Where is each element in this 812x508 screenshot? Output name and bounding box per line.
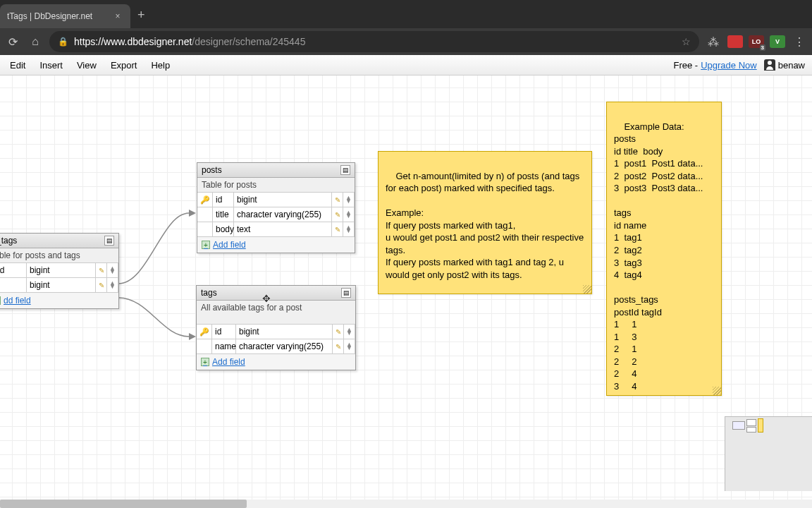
minimap-box bbox=[746, 427, 756, 433]
resize-handle[interactable] bbox=[713, 387, 721, 395]
table-row[interactable]: Id bigint ✎ ▲▼ bbox=[0, 278, 118, 293]
field-type: bigint bbox=[236, 325, 333, 339]
canvas[interactable]: s_tags ▤ table for posts and tags stId b… bbox=[0, 75, 812, 500]
table-options-icon[interactable]: ▤ bbox=[341, 288, 351, 298]
reorder-icon[interactable]: ▲▼ bbox=[343, 193, 355, 207]
reorder-icon[interactable]: ▲▼ bbox=[344, 325, 355, 339]
table-header[interactable]: tags ▤ bbox=[197, 286, 355, 301]
key-icon: 🔑 bbox=[197, 193, 213, 207]
minimap-box bbox=[732, 421, 745, 430]
table-name: tags bbox=[201, 288, 217, 298]
edit-icon[interactable]: ✎ bbox=[96, 278, 107, 292]
table-options-icon[interactable]: ▤ bbox=[104, 236, 114, 246]
menu-insert[interactable]: Insert bbox=[32, 60, 70, 71]
table-description: All available tags for a post bbox=[197, 301, 355, 325]
sticky-note[interactable]: Example Data: posts id title body 1 post… bbox=[606, 102, 722, 396]
table-posts[interactable]: posts ▤ Table for posts 🔑 id bigint ✎ ▲▼… bbox=[197, 162, 355, 253]
edit-icon[interactable]: ✎ bbox=[332, 193, 343, 207]
table-row[interactable]: name character varying(255) ✎ ▲▼ bbox=[197, 339, 355, 354]
user-name: benaw bbox=[778, 60, 805, 71]
extension-v-label: V bbox=[775, 38, 780, 45]
field-name: title bbox=[213, 207, 234, 222]
menu-view[interactable]: View bbox=[70, 60, 104, 71]
table-options-icon[interactable]: ▤ bbox=[340, 165, 350, 175]
home-icon[interactable]: ⌂ bbox=[27, 33, 44, 50]
field-type: bigint bbox=[27, 263, 96, 277]
minimap-box bbox=[746, 419, 756, 426]
add-field-button[interactable]: + Add field bbox=[197, 354, 355, 370]
add-field-button[interactable]: + Add field bbox=[197, 237, 355, 253]
add-field-label: Add field bbox=[212, 357, 245, 367]
lock-icon: 🔒 bbox=[58, 37, 68, 47]
menu-help[interactable]: Help bbox=[144, 60, 177, 71]
reorder-icon[interactable]: ▲▼ bbox=[107, 263, 118, 277]
note-text: Get n-amount(limited by n) of posts (and… bbox=[386, 171, 586, 280]
edit-icon[interactable]: ✎ bbox=[332, 222, 343, 236]
menu-right: Free - Upgrade Now benaw bbox=[674, 59, 809, 71]
add-field-label: Add field bbox=[213, 240, 246, 250]
table-name: s_tags bbox=[0, 236, 17, 246]
field-type: bigint bbox=[27, 278, 96, 292]
edit-icon[interactable]: ✎ bbox=[333, 339, 344, 353]
table-row[interactable]: stId bigint ✎ ▲▼ bbox=[0, 263, 118, 278]
horizontal-scrollbar[interactable] bbox=[0, 500, 812, 508]
settings-gear-icon[interactable]: ⁂ bbox=[705, 33, 722, 50]
svg-marker-0 bbox=[189, 210, 196, 217]
field-type: character varying(255) bbox=[234, 207, 332, 222]
reorder-icon[interactable]: ▲▼ bbox=[107, 278, 118, 292]
edit-icon[interactable]: ✎ bbox=[333, 325, 344, 339]
user-icon[interactable] bbox=[764, 59, 775, 71]
table-header[interactable]: s_tags ▤ bbox=[0, 234, 118, 248]
table-posts-tags[interactable]: s_tags ▤ table for posts and tags stId b… bbox=[0, 233, 119, 309]
plan-label: Free - bbox=[674, 60, 699, 71]
scrollbar-thumb[interactable] bbox=[0, 500, 247, 508]
table-tags[interactable]: tags ▤ All available tags for a post 🔑 i… bbox=[196, 285, 356, 370]
extension-v-icon[interactable]: V bbox=[770, 35, 785, 48]
table-description: Table for posts bbox=[197, 178, 355, 193]
field-name: id bbox=[212, 325, 236, 339]
table-fields: stId bigint ✎ ▲▼ Id bigint ✎ ▲▼ bbox=[0, 263, 118, 293]
extension-lo-label: LO bbox=[752, 38, 761, 45]
reload-icon[interactable]: ⟳ bbox=[4, 33, 21, 50]
menu-icon[interactable]: ⋮ bbox=[791, 33, 808, 50]
close-icon[interactable]: × bbox=[112, 11, 123, 22]
browser-tab[interactable]: tTags | DbDesigner.net × bbox=[0, 4, 130, 28]
table-row[interactable]: title character varying(255) ✎ ▲▼ bbox=[197, 207, 355, 222]
bookmark-star-icon[interactable]: ☆ bbox=[682, 36, 691, 47]
table-row[interactable]: body text ✎ ▲▼ bbox=[197, 222, 355, 237]
key-cell bbox=[197, 207, 213, 222]
menu-edit[interactable]: Edit bbox=[3, 60, 32, 71]
field-type: bigint bbox=[234, 193, 332, 207]
table-row[interactable]: 🔑 id bigint ✎ ▲▼ bbox=[197, 193, 355, 207]
minimap[interactable] bbox=[725, 416, 812, 491]
field-name: id bbox=[213, 193, 234, 207]
key-icon: 🔑 bbox=[197, 325, 212, 339]
new-tab-button[interactable]: + bbox=[137, 8, 145, 23]
url-host: https://www.dbdesigner.net bbox=[74, 36, 192, 47]
sticky-note[interactable]: Get n-amount(limited by n) of posts (and… bbox=[378, 151, 592, 294]
edit-icon[interactable]: ✎ bbox=[96, 263, 107, 277]
field-name: name bbox=[212, 339, 236, 353]
tab-title: tTags | DbDesigner.net bbox=[7, 11, 92, 21]
svg-marker-1 bbox=[189, 333, 196, 340]
plus-icon: + bbox=[202, 241, 210, 249]
reorder-icon[interactable]: ▲▼ bbox=[344, 339, 355, 353]
table-row[interactable]: 🔑 id bigint ✎ ▲▼ bbox=[197, 325, 355, 339]
browser-tab-strip: tTags | DbDesigner.net × + bbox=[0, 0, 812, 28]
upgrade-link[interactable]: Upgrade Now bbox=[701, 60, 757, 71]
extension-icon[interactable] bbox=[727, 35, 743, 48]
reorder-icon[interactable]: ▲▼ bbox=[343, 222, 355, 236]
edit-icon[interactable]: ✎ bbox=[332, 207, 343, 222]
resize-handle[interactable] bbox=[583, 285, 591, 294]
menu-export[interactable]: Export bbox=[104, 60, 144, 71]
field-name: stId bbox=[0, 263, 27, 277]
reorder-icon[interactable]: ▲▼ bbox=[343, 207, 355, 222]
table-fields: 🔑 id bigint ✎ ▲▼ name character varying(… bbox=[197, 325, 355, 354]
table-header[interactable]: posts ▤ bbox=[197, 163, 355, 178]
add-field-button[interactable]: + dd field bbox=[0, 293, 118, 308]
extension-lo-icon[interactable]: LO 3 bbox=[749, 35, 764, 48]
key-cell bbox=[197, 222, 213, 236]
field-type: text bbox=[234, 222, 332, 236]
key-cell bbox=[197, 339, 212, 353]
url-bar[interactable]: 🔒 https://www.dbdesigner.net/designer/sc… bbox=[49, 31, 699, 52]
